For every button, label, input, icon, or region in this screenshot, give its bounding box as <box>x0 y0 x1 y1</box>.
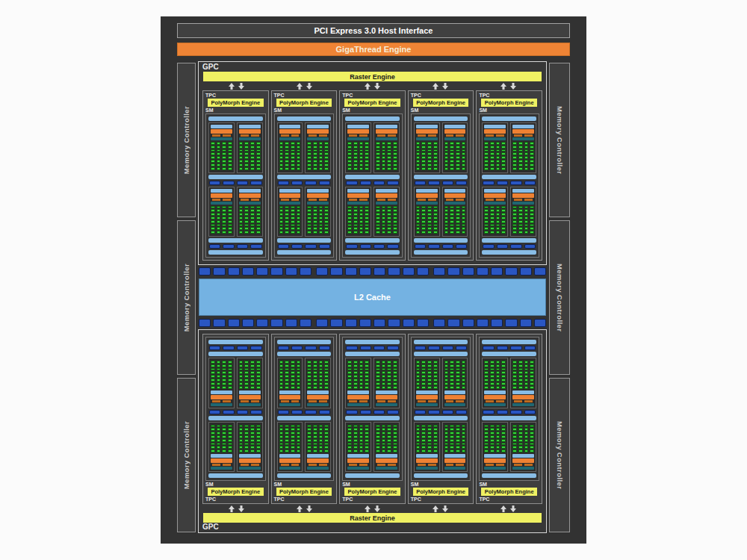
cuda-core <box>427 382 432 385</box>
cuda-core <box>427 361 432 364</box>
cuda-core <box>313 386 317 389</box>
ldst-unit <box>524 346 536 350</box>
cuda-core <box>347 428 352 431</box>
cuda-core <box>244 149 249 152</box>
dispatch-unit <box>251 464 259 466</box>
cuda-core <box>433 439 438 442</box>
cuda-core <box>244 142 249 145</box>
cuda-core <box>319 164 323 167</box>
tpc-label: TPC <box>274 92 335 99</box>
crossbar-segment <box>534 267 546 276</box>
cuda-core <box>524 206 529 209</box>
cuda-core <box>365 213 369 216</box>
sm-processing-block <box>374 358 400 408</box>
cuda-core <box>530 379 534 382</box>
cuda-core <box>365 217 369 220</box>
dispatch-unit-row <box>307 134 329 137</box>
cuda-core <box>324 379 329 382</box>
cuda-core-grid <box>484 424 506 454</box>
cuda-core <box>421 149 426 152</box>
cuda-core <box>416 227 421 230</box>
cuda-core <box>211 213 215 216</box>
cuda-core <box>496 224 500 227</box>
ldst-unit <box>497 244 508 249</box>
cuda-core <box>462 435 466 438</box>
cuda-core <box>217 224 221 227</box>
cuda-core <box>217 152 221 155</box>
cuda-core <box>217 379 221 382</box>
texture-unit-bar <box>277 340 332 344</box>
cuda-core <box>239 146 244 149</box>
cuda-core <box>347 446 352 449</box>
cuda-core <box>285 371 289 374</box>
cuda-core <box>387 217 391 220</box>
crossbar-segment <box>199 319 211 327</box>
cuda-core <box>496 371 500 374</box>
cuda-core <box>244 220 249 223</box>
shared-cache-bar <box>277 416 332 420</box>
cuda-core <box>530 142 534 145</box>
cuda-core <box>285 146 289 149</box>
cuda-core <box>217 446 221 449</box>
cuda-core <box>324 142 329 145</box>
cuda-core <box>353 167 358 170</box>
cuda-core <box>222 149 226 152</box>
warp-scheduler-bar <box>279 395 301 399</box>
sm-processing-block <box>277 187 303 237</box>
cuda-core-grid <box>307 424 329 454</box>
instruction-buffer-bar <box>512 454 534 458</box>
sm-processing-block <box>208 422 235 473</box>
register-file-bar <box>376 467 397 470</box>
dispatch-unit-row <box>444 199 466 201</box>
cuda-core <box>228 435 232 438</box>
instruction-buffer-bar <box>279 454 301 458</box>
dispatch-unit <box>359 134 368 137</box>
cuda-core <box>433 231 438 234</box>
cuda-core <box>319 209 323 212</box>
cuda-core <box>222 209 226 212</box>
cuda-core <box>490 371 495 374</box>
cuda-core <box>433 443 438 446</box>
cuda-core <box>530 382 534 385</box>
polymorph-engine-label: PolyMorph Engine <box>416 99 465 106</box>
pci-host-interface-label: PCI Express 3.0 Host Interface <box>314 26 433 35</box>
up-arrow-icon <box>500 83 507 90</box>
cuda-core <box>211 443 215 446</box>
cuda-core <box>307 167 311 170</box>
cuda-core <box>433 167 438 170</box>
cuda-core <box>359 428 364 431</box>
cuda-core <box>382 149 386 152</box>
dispatch-unit-row <box>416 400 438 402</box>
cuda-core <box>256 432 261 435</box>
cuda-core <box>456 146 460 149</box>
dispatch-unit <box>486 199 494 201</box>
dispatch-unit <box>418 464 426 466</box>
tpc: TPC PolyMorph Engine SM <box>202 90 269 261</box>
cuda-core <box>512 432 517 435</box>
cuda-core <box>496 220 500 223</box>
texture-unit-bar <box>414 250 468 255</box>
cuda-core <box>518 382 523 385</box>
cuda-core <box>324 449 329 452</box>
instruction-buffer-bar <box>347 454 369 458</box>
tpc: TPC PolyMorph Engine SM <box>202 334 269 504</box>
cuda-core <box>228 446 232 449</box>
cuda-core <box>450 382 454 385</box>
cuda-core <box>365 149 369 152</box>
cuda-core <box>496 435 500 438</box>
cuda-core <box>387 206 391 209</box>
tpc: TPC PolyMorph Engine SM <box>476 90 542 261</box>
dispatch-unit <box>496 134 504 137</box>
cuda-core <box>393 439 397 442</box>
dispatch-unit <box>446 199 454 201</box>
instruction-buffer-bar <box>416 189 438 193</box>
cuda-core <box>307 382 311 385</box>
cuda-core <box>393 364 397 367</box>
dispatch-unit-row <box>307 464 329 466</box>
cuda-core <box>530 227 534 230</box>
cuda-core <box>387 375 391 378</box>
dispatch-unit <box>486 134 494 137</box>
crossbar-row-top <box>199 267 546 276</box>
cuda-core <box>496 206 500 209</box>
cuda-core <box>359 220 364 223</box>
